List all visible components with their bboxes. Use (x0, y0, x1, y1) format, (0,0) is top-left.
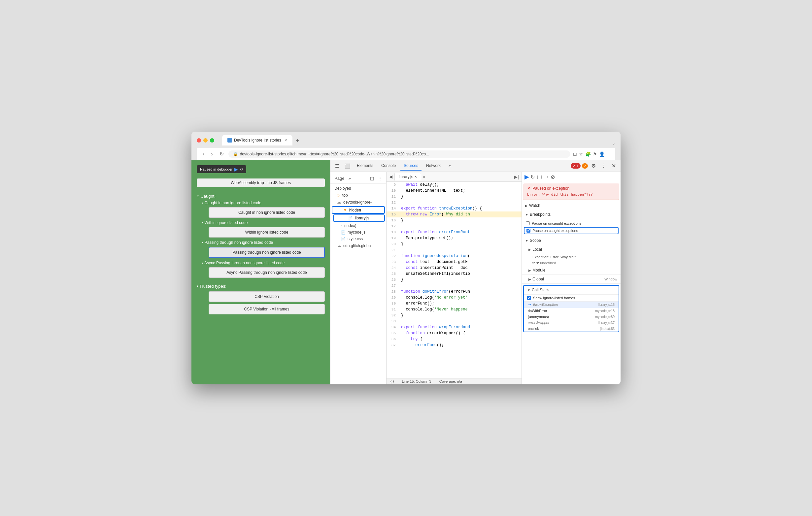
frame-4-name: onclick (528, 327, 539, 331)
step-icon[interactable]: ↺ (240, 167, 243, 172)
item-label-2: Passing through non ignore listed code (202, 240, 325, 245)
file-item-libraryjs-highlighted[interactable]: 📄 library.js (333, 214, 385, 222)
callstack-section-header[interactable]: ▼ Call Stack (524, 286, 618, 295)
new-tab-button[interactable]: + (293, 136, 302, 146)
pause-caught-checkbox[interactable] (526, 229, 530, 233)
source-sidebar-toggle[interactable]: ▶| (513, 174, 520, 180)
resume-icon[interactable]: ▶ (234, 166, 238, 172)
scope-section-header[interactable]: ▼ Scope (522, 236, 620, 245)
file-item-devtools-ignore[interactable]: ☁ devtools-ignore- (330, 199, 386, 206)
source-tabs-more[interactable]: » (422, 174, 427, 180)
file-tree-options[interactable]: ⋮ (377, 175, 383, 181)
hidden-folder-icon: ▼ (343, 208, 347, 212)
source-tab-label: library.js (399, 175, 413, 179)
tab-console[interactable]: Console (378, 161, 399, 171)
file-item-index[interactable]: ▫ (index) (330, 222, 386, 229)
tab-close-button[interactable]: × (285, 138, 287, 143)
tab-more-button[interactable]: ⌄ (612, 141, 615, 146)
caught-button-2[interactable]: Passing through non ignore listed code (209, 247, 325, 258)
title-bar: DevTools ignore list stories × + ⌄ ‹ › ↻… (192, 132, 620, 160)
module-chevron: ▶ (528, 269, 531, 272)
callstack-frame-4[interactable]: onclick (index):83 (524, 326, 618, 332)
step-into-button[interactable]: ↓ (536, 174, 539, 180)
active-tab[interactable]: DevTools ignore list stories × (222, 135, 292, 146)
breakpoints-section-header[interactable]: ▼ Breakpoints (522, 210, 620, 219)
code-line-23: 23 const text = document.getE (386, 259, 522, 265)
code-line-35: 35 function errorWrapper() { (386, 330, 522, 336)
file-tree-toggle[interactable]: ◫ (369, 175, 375, 181)
file-item-hidden-highlighted[interactable]: ▼ hidden (332, 206, 385, 214)
exception-box: ✕ Paused on exception Error: Why did thi… (523, 183, 619, 200)
webassembly-item: WebAssembly trap - no JS frames (197, 177, 325, 188)
deactivate-breakpoints[interactable]: ⊘ (551, 174, 555, 180)
code-line-11: 11 } (386, 194, 522, 200)
exception-key: Exception: Error: Why did t (526, 255, 576, 259)
close-devtools-button[interactable]: ✕ (610, 161, 618, 170)
caught-button-0[interactable]: Caught in non ignore listed code (209, 207, 325, 218)
cast-icon[interactable]: ⊡ (573, 151, 577, 157)
source-status-bar: { } Line 15, Column 3 Coverage: n/a (386, 378, 522, 384)
tab-sources[interactable]: Sources (400, 161, 422, 171)
source-tab-close[interactable]: × (414, 175, 417, 179)
back-button[interactable]: ‹ (201, 150, 206, 158)
profile-icon[interactable]: 👤 (599, 151, 605, 157)
menu-icon[interactable]: ⋮ (607, 151, 611, 157)
step-out-button[interactable]: ↑ (540, 174, 543, 180)
file-item-mycode[interactable]: 📄 mycode.js (330, 229, 386, 236)
show-ignore-checkbox[interactable] (527, 296, 531, 300)
file-item-deployed[interactable]: Deployed (330, 185, 386, 192)
callstack-chevron: ▼ (527, 289, 530, 292)
devtools-menu-icon[interactable]: ☰ (333, 162, 341, 170)
libraryjs-icon: 📄 (348, 216, 353, 220)
watch-section-header[interactable]: ▶ Watch (522, 201, 620, 210)
callstack-frame-2[interactable]: (anonymous) mycode.js:89 (524, 314, 618, 320)
step-over-button[interactable]: ↻ (530, 174, 535, 180)
file-item-top[interactable]: ▷ top (330, 192, 386, 199)
tab-more[interactable]: » (445, 161, 454, 171)
minimize-button[interactable] (203, 138, 208, 143)
address-bar[interactable]: 🔒 devtools-ignore-list-stories.glitch.me… (228, 150, 570, 158)
global-chevron: ▶ (528, 277, 531, 281)
source-tab-libraryjs[interactable]: library.js × (395, 173, 421, 180)
extensions-icon[interactable]: 🧩 (585, 151, 591, 157)
tab-network[interactable]: Network (423, 161, 444, 171)
page-tab[interactable]: Page (333, 175, 346, 181)
star-icon[interactable]: ☆ (579, 151, 583, 157)
caught-button-3[interactable]: Async Passing through non ignore listed … (209, 267, 325, 278)
module-section-header[interactable]: ▶ Module (522, 266, 620, 275)
reload-button[interactable]: ↻ (218, 150, 226, 158)
code-line-24: 24 const insertionPoint = doc (386, 265, 522, 271)
close-button[interactable] (197, 138, 201, 143)
file-item-cdn[interactable]: ☁ cdn.glitch.globa- (330, 242, 386, 249)
caught-items: Caught in non ignore listed code Caught … (197, 201, 325, 278)
code-area[interactable]: 9 await delay(); 10 element.innerHTML = … (386, 182, 522, 378)
more-options-button[interactable]: ⋮ (599, 161, 608, 170)
global-section-header[interactable]: ▶ Global Window (522, 275, 620, 284)
tab-elements[interactable]: Elements (353, 161, 377, 171)
settings-button[interactable]: ⚙ (589, 161, 598, 170)
file-item-style[interactable]: 📄 style.css (330, 236, 386, 242)
page-more[interactable]: » (347, 175, 352, 181)
index-icon: ▫ (341, 224, 342, 227)
maximize-button[interactable] (210, 138, 214, 143)
pause-uncaught-checkbox[interactable] (526, 221, 530, 225)
callstack-frame-0[interactable]: ⇒ throwException library.js:15 (524, 302, 618, 308)
forward-button[interactable]: › (209, 150, 214, 158)
status-coverage: Coverage: n/a (439, 380, 462, 383)
source-nav-back[interactable]: ◀ (388, 174, 394, 180)
caught-button-1[interactable]: Within ignore listed code (209, 227, 325, 238)
trusted-types-section: Trusted types: CSP Violation CSP Violati… (197, 282, 325, 314)
devtools-toggle-icon[interactable]: ⬜ (343, 162, 352, 170)
callstack-frame-3[interactable]: errorWrapper library.js:37 (524, 320, 618, 326)
csp-violation-button[interactable]: CSP Violation (209, 291, 325, 302)
local-section-header[interactable]: ▶ Local (522, 245, 620, 254)
callstack-frame-1[interactable]: doWithError mycode.js:18 (524, 308, 618, 314)
frame-1-name: doWithError (528, 309, 547, 313)
traffic-lights (197, 138, 214, 143)
csp-violation-all-button[interactable]: CSP Violation - All frames (209, 304, 325, 314)
scope-chevron: ▼ (525, 239, 528, 242)
resume-execution-button[interactable]: ▶ (524, 173, 529, 180)
exception-message: Error: Why did this happen???? (527, 192, 615, 197)
flag-icon[interactable]: ⚑ (593, 151, 597, 157)
step-button[interactable]: → (544, 174, 549, 180)
